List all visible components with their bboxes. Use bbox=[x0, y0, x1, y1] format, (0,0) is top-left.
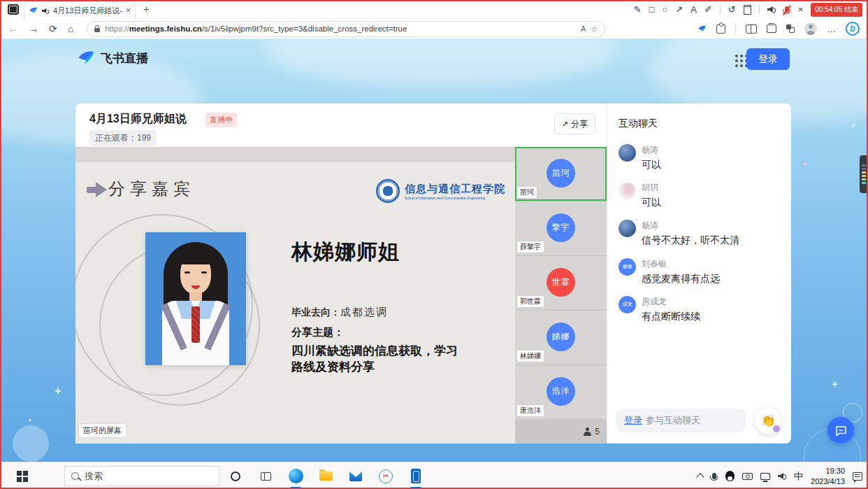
taskbar-clock[interactable]: 19:30 2023/4/13 bbox=[811, 466, 845, 486]
bing-copilot-icon[interactable]: b bbox=[846, 22, 860, 36]
chat-message-text: 可以 bbox=[642, 196, 661, 208]
search-placeholder: 搜索 bbox=[85, 470, 103, 483]
avatar: 成龙 bbox=[619, 296, 636, 313]
mail-icon[interactable] bbox=[348, 466, 363, 487]
chat-panel: 互动聊天 杨涛 可以 胡玥 可以 杨涛 信号不太好，听不太清 bbox=[607, 104, 791, 444]
qq-tray-icon[interactable] bbox=[725, 471, 735, 481]
cortana-icon[interactable] bbox=[228, 466, 243, 487]
task-view-icon[interactable] bbox=[258, 466, 273, 487]
participant-name: 林娣娜 bbox=[517, 350, 544, 362]
file-explorer-icon[interactable] bbox=[318, 466, 333, 487]
favorite-star-icon[interactable]: ☆ bbox=[591, 24, 598, 34]
feishu-logo-icon bbox=[77, 49, 95, 67]
support-chat-button[interactable] bbox=[827, 417, 854, 444]
participant-tile[interactable]: 浩洋 唐浩洋 bbox=[515, 365, 607, 420]
undo-icon[interactable]: ↺ bbox=[728, 5, 736, 14]
workspaces-icon[interactable] bbox=[8, 4, 19, 15]
new-tab-button[interactable]: + bbox=[143, 3, 150, 15]
edge-icon[interactable] bbox=[288, 466, 303, 487]
chat-message-list[interactable]: 杨涛 可以 胡玥 可以 杨涛 信号不太好，听不太清 春银 刘春银 bbox=[619, 144, 784, 323]
profile-avatar-icon[interactable] bbox=[804, 22, 817, 35]
rectangle-tool-icon[interactable]: □ bbox=[649, 5, 655, 14]
participant-tile[interactable]: 世霖 郭世霖 bbox=[515, 256, 607, 311]
chat-user-name: 房成龙 bbox=[642, 296, 700, 308]
chat-message: 杨涛 信号不太好，听不太清 bbox=[619, 220, 784, 246]
live-badge: 直播中 bbox=[205, 113, 237, 127]
pen-tool-icon[interactable]: ✎ bbox=[634, 5, 642, 14]
address-bar[interactable]: https://meetings.feishu.cn/s/1iv5iipwjpm… bbox=[87, 21, 605, 37]
divider bbox=[759, 5, 760, 14]
tray-mic-icon[interactable] bbox=[712, 473, 716, 479]
slide-arrow-icon bbox=[87, 182, 109, 197]
audio-level-widget[interactable] bbox=[860, 155, 868, 193]
topic-line1: 四川紧缺选调的信息获取，学习 bbox=[291, 343, 458, 360]
start-button-icon[interactable] bbox=[17, 471, 22, 476]
split-screen-icon[interactable] bbox=[746, 24, 757, 34]
tab-audio-icon[interactable] bbox=[42, 7, 49, 13]
guest-photo bbox=[145, 232, 246, 365]
chat-user-name: 杨涛 bbox=[642, 220, 739, 232]
tray-volume-icon[interactable] bbox=[778, 472, 786, 480]
ellipse-tool-icon[interactable]: ○ bbox=[662, 5, 667, 14]
share-icon: ↗ bbox=[562, 120, 568, 129]
more-menu-icon[interactable]: … bbox=[827, 24, 836, 34]
tray-network-icon[interactable] bbox=[760, 473, 770, 480]
speaker-icon[interactable] bbox=[767, 6, 776, 13]
brand[interactable]: 飞书直播 bbox=[77, 49, 148, 67]
home-icon[interactable]: ⌂ bbox=[68, 24, 73, 34]
feishu-extension-icon[interactable] bbox=[697, 24, 707, 34]
refresh-icon[interactable]: ⟳ bbox=[49, 24, 57, 34]
read-aloud-icon[interactable]: A bbox=[581, 24, 586, 33]
shared-screen-slide: 分享嘉宾 信息与通信工程学院 School of Information and… bbox=[75, 147, 515, 444]
trash-icon[interactable] bbox=[744, 5, 751, 15]
action-center-icon[interactable] bbox=[853, 472, 862, 481]
apps-grid-icon[interactable] bbox=[735, 55, 738, 57]
chat-input[interactable]: 登录 参与互动聊天 bbox=[616, 409, 746, 432]
mic-muted-icon[interactable] bbox=[783, 6, 790, 13]
participant-rail: 苗珂 苗珂 擎宇 薛擎宇 世霖 郭世霖 娣娜 林娣娜 bbox=[515, 147, 607, 444]
chat-login-link[interactable]: 登录 bbox=[624, 414, 642, 427]
participant-name: 苗珂 bbox=[517, 187, 537, 198]
ime-indicator[interactable]: 中 bbox=[794, 470, 803, 483]
tab-groups-icon[interactable] bbox=[786, 24, 795, 33]
participant-count[interactable]: 5 bbox=[583, 427, 600, 437]
participant-name: 薛擎宇 bbox=[517, 241, 544, 253]
screen-capture-icon[interactable]: ✂ bbox=[378, 466, 393, 487]
guest-name: 林娣娜师姐 bbox=[291, 238, 400, 267]
divider bbox=[735, 24, 736, 34]
extensions-icon[interactable] bbox=[716, 24, 725, 34]
video-area[interactable]: 分享嘉宾 信息与通信工程学院 School of Information and… bbox=[75, 147, 607, 444]
url-text[interactable]: https://meetings.feishu.cn/s/1iv5iipwjpm… bbox=[105, 24, 576, 33]
avatar bbox=[619, 182, 636, 199]
chat-input-placeholder: 参与互动聊天 bbox=[646, 414, 700, 427]
tab-close-icon[interactable]: × bbox=[126, 6, 131, 15]
chat-user-name: 杨涛 bbox=[642, 144, 661, 156]
collections-icon[interactable] bbox=[767, 24, 776, 33]
browser-tab[interactable]: 4月13日师兄师姐说-飞书直 × bbox=[24, 1, 136, 19]
clap-reaction-button[interactable]: 👏 bbox=[755, 407, 781, 434]
sparkle-decoration: + bbox=[28, 417, 31, 424]
forward-icon[interactable]: → bbox=[29, 24, 38, 34]
recording-timer-badge[interactable]: 00:54:05 结束 bbox=[811, 3, 862, 17]
back-icon[interactable]: ← bbox=[8, 24, 18, 34]
your-phone-icon[interactable] bbox=[408, 466, 424, 487]
participant-tile[interactable]: 娣娜 林娣娜 bbox=[515, 311, 607, 365]
share-button[interactable]: ↗ 分享 bbox=[554, 113, 595, 134]
browser-toolbar: ← → ⟳ ⌂ https://meetings.feishu.cn/s/1iv… bbox=[0, 19, 868, 39]
clock-time: 19:30 bbox=[811, 466, 845, 476]
tray-camera-icon[interactable] bbox=[742, 473, 753, 480]
tray-expand-icon[interactable] bbox=[696, 473, 704, 481]
participant-tile-active-speaker[interactable]: 苗珂 苗珂 bbox=[515, 147, 607, 201]
highlighter-tool-icon[interactable]: ✐ bbox=[704, 5, 712, 14]
login-button[interactable]: 登录 bbox=[746, 48, 790, 70]
graduation-destination: 毕业去向：成都选调 bbox=[291, 306, 388, 319]
arrow-tool-icon[interactable]: ↗ bbox=[675, 5, 683, 14]
text-tool-icon[interactable]: A bbox=[690, 5, 697, 14]
url-domain: meetings.feishu.cn bbox=[129, 24, 202, 33]
viewers-count: 正在观看：199 bbox=[89, 130, 157, 146]
grad-value: 成都选调 bbox=[340, 306, 388, 318]
taskbar-search-box[interactable]: 搜索 bbox=[64, 466, 219, 486]
avatar bbox=[619, 144, 636, 162]
stop-recording-close-icon[interactable]: × bbox=[798, 5, 804, 14]
participant-tile[interactable]: 擎宇 薛擎宇 bbox=[515, 201, 607, 256]
